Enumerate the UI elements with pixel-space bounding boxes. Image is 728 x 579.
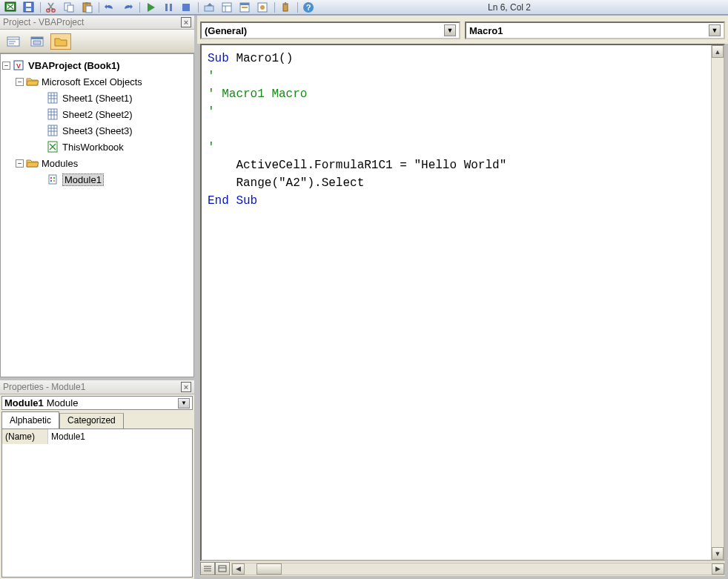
worksheet-icon <box>47 108 60 120</box>
scroll-up-icon[interactable]: ▲ <box>712 45 724 58</box>
undo-icon[interactable] <box>104 1 117 13</box>
svg-text:?: ? <box>306 3 311 12</box>
svg-text:V: V <box>16 62 21 70</box>
svg-rect-15 <box>205 6 214 11</box>
properties-object-name: Module1 <box>4 397 44 408</box>
tree-item-sheet[interactable]: Sheet1 (Sheet1) <box>2 90 192 106</box>
toolbar-separator <box>198 2 199 13</box>
properties-object-select[interactable]: Module1 Module ▼ <box>1 396 193 410</box>
folder-open-icon <box>26 76 39 87</box>
scrollbar-thumb[interactable] <box>257 563 282 575</box>
svg-rect-14 <box>182 4 190 11</box>
svg-rect-42 <box>48 109 57 119</box>
stop-icon[interactable] <box>180 1 193 13</box>
help-icon[interactable]: ? <box>302 1 316 13</box>
tree-item-module[interactable]: Module1 <box>2 171 192 188</box>
main-toolbar[interactable]: ? Ln 6, Col 2 <box>0 0 728 15</box>
project-explorer-icon[interactable] <box>221 1 234 13</box>
run-icon[interactable] <box>145 1 158 13</box>
svg-point-23 <box>260 5 265 10</box>
tree-folder-modules[interactable]: − Modules <box>2 155 192 171</box>
toolbox-icon[interactable] <box>279 1 293 13</box>
svg-point-54 <box>50 177 52 179</box>
pause-icon[interactable] <box>162 1 176 13</box>
tab-categorized[interactable]: Categorized <box>59 413 124 429</box>
svg-point-57 <box>53 180 55 182</box>
svg-rect-3 <box>26 3 31 7</box>
svg-rect-47 <box>48 125 57 136</box>
worksheet-icon <box>47 125 60 136</box>
view-code-button[interactable] <box>3 33 24 50</box>
project-explorer-title: Project - VBAProject <box>3 17 84 27</box>
project-explorer-titlebar: Project - VBAProject × <box>0 16 194 30</box>
svg-point-56 <box>50 180 52 182</box>
toggle-folders-button[interactable] <box>50 33 71 50</box>
toolbar-separator <box>274 2 275 13</box>
properties-title: Properties - Module1 <box>3 382 85 392</box>
cut-icon[interactable] <box>45 1 59 13</box>
design-mode-icon[interactable] <box>203 1 216 13</box>
svg-rect-12 <box>165 4 168 11</box>
collapse-icon[interactable]: − <box>16 78 24 86</box>
properties-window-icon[interactable] <box>239 1 252 13</box>
horizontal-scrollbar[interactable]: ◀ ▶ <box>231 563 725 575</box>
properties-titlebar: Properties - Module1 × <box>0 380 194 394</box>
cursor-position: Ln 6, Col 2 <box>488 2 531 13</box>
project-tree[interactable]: − V VBAProject (Book1) − Microsoft Excel… <box>0 53 194 377</box>
svg-rect-8 <box>67 5 73 12</box>
tree-folder-excel-objects[interactable]: − Microsoft Excel Objects <box>2 73 192 90</box>
procedure-dropdown-value: Macro1 <box>469 25 503 36</box>
full-module-view-button[interactable] <box>215 562 230 575</box>
scrollbar-track[interactable] <box>282 563 712 575</box>
tab-alphabetic[interactable]: Alphabetic <box>1 411 59 429</box>
svg-rect-4 <box>26 8 31 11</box>
scrollbar-track[interactable] <box>712 58 724 547</box>
close-icon[interactable]: × <box>181 17 191 27</box>
property-row[interactable]: (Name) Module1 <box>2 429 192 444</box>
close-icon[interactable]: × <box>181 382 191 392</box>
object-browser-icon[interactable] <box>257 1 270 13</box>
paste-icon[interactable] <box>81 1 94 13</box>
object-dropdown-value: (General) <box>205 25 247 36</box>
save-icon[interactable] <box>22 1 36 13</box>
svg-rect-25 <box>285 2 286 5</box>
object-dropdown[interactable]: (General) ▼ <box>200 21 460 39</box>
redo-icon[interactable] <box>122 1 135 13</box>
copy-icon[interactable] <box>63 1 76 13</box>
procedure-dropdown[interactable]: Macro1 ▼ <box>465 21 725 39</box>
project-toolbar <box>0 30 194 53</box>
vertical-scrollbar[interactable]: ▲ ▼ <box>711 45 724 560</box>
property-value[interactable]: Module1 <box>48 429 192 444</box>
svg-rect-37 <box>48 93 57 103</box>
properties-grid[interactable]: (Name) Module1 <box>1 429 193 578</box>
tree-item-sheet[interactable]: Sheet2 (Sheet2) <box>2 106 192 122</box>
module-icon <box>47 173 60 185</box>
dropdown-arrow-icon[interactable]: ▼ <box>178 398 190 408</box>
property-key: (Name) <box>2 429 48 444</box>
scroll-down-icon[interactable]: ▼ <box>712 547 724 560</box>
tree-item-thisworkbook[interactable]: ThisWorkbook <box>2 139 192 155</box>
collapse-icon[interactable]: − <box>16 159 24 168</box>
dropdown-arrow-icon[interactable]: ▼ <box>444 24 456 36</box>
svg-rect-13 <box>170 4 172 11</box>
workbook-icon <box>47 141 60 153</box>
tree-root[interactable]: − V VBAProject (Book1) <box>2 57 192 73</box>
dropdown-arrow-icon[interactable]: ▼ <box>709 24 721 36</box>
collapse-icon[interactable]: − <box>2 62 10 70</box>
scroll-right-icon[interactable]: ▶ <box>712 563 724 575</box>
view-object-button[interactable] <box>27 33 47 50</box>
procedure-view-button[interactable] <box>200 562 215 575</box>
svg-rect-21 <box>242 7 248 8</box>
vbaproject-icon: V <box>13 59 26 71</box>
svg-point-55 <box>53 177 55 179</box>
scroll-left-icon[interactable]: ◀ <box>232 563 245 575</box>
svg-rect-61 <box>219 566 226 572</box>
worksheet-icon <box>47 92 60 104</box>
tree-item-sheet[interactable]: Sheet3 (Sheet3) <box>2 122 192 139</box>
svg-rect-33 <box>31 37 43 39</box>
code-editor[interactable]: Sub Macro1() ' ' Macro1 Macro ' ' Active… <box>202 45 711 560</box>
toolbar-separator <box>297 2 298 13</box>
excel-icon[interactable] <box>4 1 18 13</box>
svg-rect-53 <box>49 175 56 184</box>
folder-open-icon <box>26 157 39 169</box>
